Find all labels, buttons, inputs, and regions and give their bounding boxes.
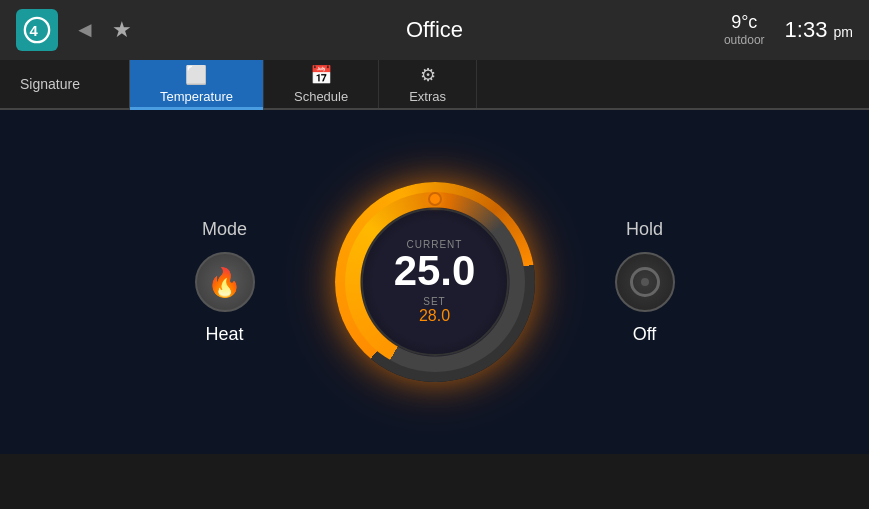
dial-outer-ring: CURRENT 25.0 SET 28.0	[335, 182, 535, 382]
dial-middle-ring: CURRENT 25.0 SET 28.0	[345, 192, 525, 372]
nav-tabs: Signature ⬜ Temperature 📅 Schedule ⚙ Ext…	[0, 60, 869, 110]
schedule-tab-label: Schedule	[294, 89, 348, 104]
tab-extras[interactable]: ⚙ Extras	[379, 60, 477, 108]
header-left: 4 ◄ ★	[16, 9, 295, 51]
mode-button[interactable]: 🔥	[195, 252, 255, 312]
weather-info: 9°c outdoor	[724, 13, 765, 47]
header-right: 9°c outdoor 1:33 pm	[574, 13, 853, 47]
main-content: Mode 🔥 Heat CURRENT 25.0 SET 28.0	[0, 110, 869, 454]
time-display: 1:33 pm	[785, 17, 853, 43]
set-label: SET	[423, 296, 445, 307]
current-temp: 25.0	[394, 250, 476, 292]
dial-inner-face: CURRENT 25.0 SET 28.0	[361, 208, 509, 356]
svg-text:4: 4	[30, 22, 39, 39]
hold-section: Hold Off	[615, 219, 675, 345]
weather-temp: 9°c	[724, 13, 765, 33]
mode-value: Heat	[205, 324, 243, 345]
thermostat-dial[interactable]: CURRENT 25.0 SET 28.0	[335, 182, 535, 382]
extras-tab-label: Extras	[409, 89, 446, 104]
extras-tab-icon: ⚙	[420, 64, 436, 86]
header-center: Office	[295, 17, 574, 43]
flame-icon: 🔥	[207, 266, 242, 299]
hold-label: Hold	[626, 219, 663, 240]
page-title: Office	[295, 17, 574, 43]
weather-label: outdoor	[724, 33, 765, 47]
favorite-button[interactable]: ★	[112, 17, 132, 43]
temperature-tab-label: Temperature	[160, 89, 233, 104]
hold-toggle-dot	[641, 278, 649, 286]
tab-schedule[interactable]: 📅 Schedule	[264, 60, 379, 108]
dial-dot-indicator	[428, 192, 442, 206]
back-button[interactable]: ◄	[74, 17, 96, 43]
set-temp: 28.0	[419, 307, 450, 325]
hold-toggle-button[interactable]	[615, 252, 675, 312]
temperature-tab-icon: ⬜	[185, 64, 207, 86]
header: 4 ◄ ★ Office 9°c outdoor 1:33 pm	[0, 0, 869, 60]
schedule-tab-icon: 📅	[310, 64, 332, 86]
bottom-bar	[0, 454, 869, 509]
hold-value: Off	[633, 324, 657, 345]
mode-label: Mode	[202, 219, 247, 240]
thermostat-layout: Mode 🔥 Heat CURRENT 25.0 SET 28.0	[20, 182, 849, 382]
hold-toggle-ring	[630, 267, 660, 297]
signature-label: Signature	[0, 60, 130, 108]
tab-temperature[interactable]: ⬜ Temperature	[130, 60, 264, 108]
logo-button[interactable]: 4	[16, 9, 58, 51]
mode-section: Mode 🔥 Heat	[195, 219, 255, 345]
